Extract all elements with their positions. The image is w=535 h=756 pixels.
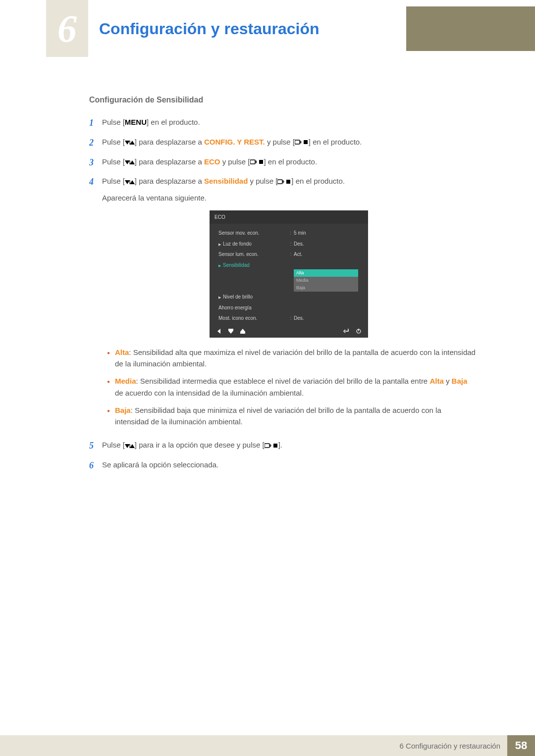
down-up-arrows-icon [125, 159, 135, 165]
step-body: Pulse [] para desplazarse a CONFIG. Y RE… [102, 136, 476, 150]
step-text: Pulse [ [102, 177, 125, 185]
step-body: Se aplicará la opción seleccionada. [102, 459, 476, 473]
content-area: Configuración de Sensibilidad 1 Pulse [M… [89, 94, 476, 479]
step-text: ] en el producto. [309, 138, 362, 146]
step-body: Pulse [MENU] en el producto. [102, 116, 476, 130]
step-text: Pulse [ [102, 441, 125, 449]
osd-row: Nivel de brillo [218, 292, 362, 302]
keyword-media: Media [115, 377, 136, 385]
screen-enter-icon [277, 179, 291, 185]
step-text: ] en el producto. [291, 177, 345, 185]
svg-rect-5 [277, 180, 282, 184]
step-text: y pulse [ [220, 157, 250, 166]
osd-row: Ahorro energía [218, 302, 362, 313]
step-3: 3 Pulse [] para desplazarse a ECO y puls… [89, 156, 476, 170]
step-text: y pulse [ [248, 177, 277, 185]
bullet-desc: : Sensibilidad baja que minimiza el nive… [115, 406, 441, 426]
osd-row: Luz de fondo:Des. [218, 239, 362, 250]
osd-body: Sensor mov. econ.:5 minLuz de fondo:Des.… [210, 224, 368, 326]
svg-rect-3 [250, 160, 255, 164]
bullet-dot-icon: ● [102, 404, 115, 428]
bullet-desc: de acuerdo con la intensidad de la ilumi… [115, 389, 304, 397]
step-text: Pulse [ [102, 157, 125, 166]
step-2: 2 Pulse [] para desplazarse a CONFIG. Y … [89, 136, 476, 150]
step-number: 1 [89, 116, 102, 130]
bullet-alta: ● Alta: Sensibilidad alta que maximiza e… [102, 347, 476, 370]
step-5: 5 Pulse [] para ir a la opción que desee… [89, 439, 476, 453]
step-4: 4 Pulse [] para desplazarse a Sensibilid… [89, 175, 476, 433]
osd-row: Sensibilidad [218, 260, 362, 271]
step-text: ] para desplazarse a [135, 177, 204, 185]
osd-item-label: Nivel de brillo [218, 293, 288, 301]
osd-item-label: Most. icono econ. [218, 314, 288, 322]
osd-colon [288, 304, 294, 312]
screen-enter-icon [250, 159, 264, 165]
step-1: 1 Pulse [MENU] en el producto. [89, 116, 476, 130]
bullet-baja: ● Baja: Sensibilidad baja que minimiza e… [102, 404, 476, 428]
nav-down-icon [228, 329, 233, 334]
bullet-media: ● Media: Sensibilidad intermedia que est… [102, 375, 476, 399]
osd-row: Sensor mov. econ.:5 min [218, 228, 362, 239]
nav-left-icon [216, 329, 221, 334]
keyword-config-rest: CONFIG. Y REST. [204, 138, 265, 146]
bullet-desc: : Sensibilidad alta que maximiza el nive… [115, 348, 476, 368]
osd-option: Alta [294, 269, 358, 277]
step-text: Pulse [ [102, 138, 125, 146]
step-body: Pulse [] para desplazarse a ECO y pulse … [102, 156, 476, 170]
svg-rect-1 [295, 140, 300, 144]
bullet-desc: y [444, 377, 452, 385]
osd-colon [288, 293, 294, 301]
osd-item-value: Des. [294, 314, 362, 322]
header-accent-bar [406, 6, 535, 51]
screen-enter-icon [295, 140, 309, 146]
keyword-sensibilidad: Sensibilidad [204, 177, 248, 185]
osd-item-value: Des. [294, 240, 362, 248]
step-text: y pulse [ [265, 138, 295, 146]
bullet-text: Baja: Sensibilidad baja que minimiza el … [115, 404, 476, 428]
svg-rect-4 [129, 180, 130, 184]
osd-dropdown: AltaMediaBaja [294, 269, 358, 292]
osd-item-label: Ahorro energía [218, 304, 288, 312]
osd-row: Most. icono econ.:Des. [218, 313, 362, 324]
keyword-alta-inline: Alta [429, 377, 443, 385]
step-number: 4 [89, 175, 102, 433]
bullet-text: Alta: Sensibilidad alta que maximiza el … [115, 347, 476, 370]
svg-rect-7 [240, 332, 245, 334]
osd-item-label: Luz de fondo [218, 240, 288, 248]
svg-rect-6 [228, 329, 233, 331]
step-text: ] para ir a la opción que desee y pulse … [135, 441, 265, 449]
bullet-dot-icon: ● [102, 375, 115, 399]
nav-up-icon [240, 329, 245, 334]
step-text: ] para desplazarse a [135, 157, 204, 166]
osd-row: Sensor lum. econ.:Act. [218, 249, 362, 260]
osd-footer-icons [210, 326, 368, 338]
svg-rect-0 [129, 141, 130, 145]
osd-colon: : [288, 229, 294, 237]
osd-colon: : [288, 251, 294, 258]
step-number: 5 [89, 439, 102, 453]
keyword-eco: ECO [204, 157, 220, 166]
step-6: 6 Se aplicará la opción seleccionada. [89, 459, 476, 473]
osd-colon [288, 261, 294, 269]
osd-option: Media [294, 277, 358, 284]
step-text: ] para desplazarse a [135, 138, 204, 146]
step-number: 6 [89, 459, 102, 473]
osd-item-value: Act. [294, 251, 362, 258]
osd-colon: : [288, 314, 294, 322]
enter-icon [343, 329, 349, 334]
osd-item-label: Sensor mov. econ. [218, 229, 288, 237]
chapter-number-badge: 6 [46, 0, 88, 57]
step-body: Pulse [] para desplazarse a Sensibilidad… [102, 175, 476, 433]
svg-rect-10 [129, 444, 130, 448]
step-body: Pulse [] para ir a la opción que desee y… [102, 439, 476, 453]
osd-screenshot: ECO Sensor mov. econ.:5 minLuz de fondo:… [210, 210, 368, 338]
footer-page-number: 58 [507, 735, 535, 756]
osd-item-value: 5 min [294, 229, 362, 237]
footer-text: 6 Configuración y restauración [400, 742, 500, 750]
down-up-arrows-icon [125, 179, 135, 185]
keyword-alta: Alta [115, 348, 129, 356]
osd-colon: : [288, 240, 294, 248]
step-number: 3 [89, 156, 102, 170]
osd-item-value [294, 261, 362, 269]
keyword-baja-inline: Baja [452, 377, 468, 385]
